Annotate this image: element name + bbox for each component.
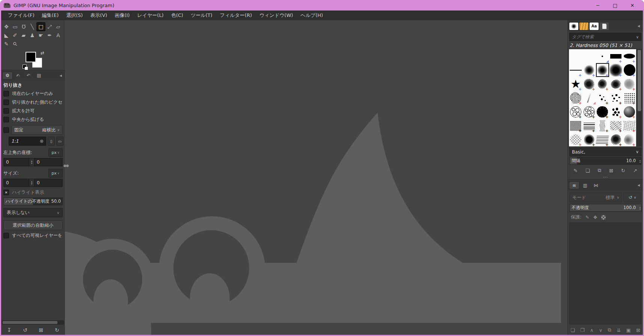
tool-color-picker-button[interactable]: ✎ [2,40,11,48]
delete-tool-preset-button[interactable]: ⊠ [37,327,45,333]
layer-list[interactable] [569,223,641,324]
layer-opacity-slider[interactable]: 不透明度 100.0 ▴▾ [569,204,641,212]
checkbox-expand-from-center[interactable]: 中央から拡げる [1,115,65,124]
tab-fonts[interactable]: Aa [590,23,599,30]
duplicate-brush-button[interactable]: ⧉ [596,167,603,174]
tab-brushes[interactable] [569,23,578,30]
brush-spacing-slider[interactable]: 間隔 10.0 ▴▾ [569,157,641,165]
landscape-orientation-button[interactable]: ▭ [56,137,63,146]
tab-images[interactable]: ▤ [34,72,44,79]
brush-thumbnail[interactable]: + [623,133,636,146]
fixed-aspect-dropdown[interactable]: 固定 縦横比 ∨ [11,125,63,135]
brush-thumbnail[interactable]: + [569,119,582,133]
position-x-input[interactable]: 0 [3,158,29,166]
brush-thumbnail[interactable]: + [623,77,636,91]
menu-file[interactable]: ファイル(F) [4,11,38,20]
fixed-checkbox[interactable] [3,127,9,133]
foreground-color-swatch[interactable] [26,52,36,62]
collapse-dock-icon[interactable]: ◀ [636,24,641,29]
dock-splitter-handle[interactable]: ⋯ [568,175,643,179]
checkbox-highlight[interactable]: ✕ ハイライト表示 [1,188,65,197]
brush-thumbnail[interactable]: + [569,63,582,77]
lock-pixels-icon[interactable]: ✎ [585,215,589,220]
reset-tool-options-button[interactable]: ↻ [53,327,61,333]
duplicate-layer-button[interactable]: ⧉ [606,327,613,333]
brush-thumbnail[interactable]: + [609,63,623,77]
tab-document-history[interactable] [600,23,609,30]
brush-grid-scrollbar[interactable] [637,49,642,146]
brush-thumbnail[interactable]: + [569,91,582,105]
brush-thumbnail[interactable]: + [596,91,609,105]
restore-tool-preset-button[interactable]: ↺ [21,327,29,333]
edit-brush-button[interactable]: ✎ [572,167,579,174]
tab-undo-history[interactable]: ↶ [24,72,33,79]
add-layer-mask-button[interactable]: ▣ [624,327,632,333]
brush-thumbnail[interactable]: + [609,91,623,105]
tool-clone-button[interactable]: ♟ [28,31,36,39]
refresh-brushes-button[interactable]: ↻ [619,167,627,174]
new-layer-group-button[interactable]: ❐ [578,327,587,333]
brush-thumbnail[interactable]: + [582,119,596,133]
tab-device-status[interactable]: ✍ [13,72,23,79]
brush-thumbnail[interactable]: + [609,77,623,91]
open-brush-as-image-button[interactable]: ↗ [631,167,639,174]
checkbox[interactable] [3,233,9,238]
swap-colors-icon[interactable]: ⇄ [41,50,44,56]
brush-thumbnail[interactable]: + [596,105,609,119]
aspect-ratio-input[interactable]: 1:1 ⊗ [9,137,46,146]
position-y-input[interactable]: 0 [34,158,63,166]
highlight-opacity-slider[interactable]: ハイライトの不透明度 50.0 [3,197,63,205]
brush-thumbnail[interactable]: + [623,49,636,63]
brush-thumbnail[interactable]: + [582,105,596,119]
brush-thumbnail[interactable]: + [569,105,582,119]
menu-windows[interactable]: ウィンドウ(W) [256,11,297,20]
brush-thumbnail[interactable]: + [609,119,623,133]
merge-down-button[interactable]: ⇊ [615,327,623,333]
checkbox[interactable] [3,117,9,122]
position-unit-dropdown[interactable]: px ∨ [48,148,63,157]
brush-thumbnail[interactable]: + [609,49,623,63]
brush-thumbnail[interactable] [582,49,596,63]
collapse-dock-icon[interactable]: ◀ [58,73,63,78]
brush-thumbnail[interactable]: + [596,77,609,91]
brush-thumbnail[interactable]: + [569,77,582,91]
tool-shear-button[interactable]: ▱ [54,23,62,31]
brush-group-dropdown[interactable]: Basic, ∨ [569,148,641,156]
tool-crop-button[interactable]: □ [37,23,45,31]
tab-channels[interactable]: ▥ [580,182,590,189]
checkbox-delete-cropped-pixels[interactable]: 切り抜かれた側のピクセルの削除 [1,98,65,107]
default-colors-icon[interactable] [23,65,28,70]
spinner[interactable]: ▴▾ [639,157,641,164]
layer-mode-options-button[interactable]: ↺ ∨ [623,193,641,202]
delete-brush-button[interactable]: ⊠ [607,167,615,174]
dock-resize-handle[interactable]: ●● [63,161,67,170]
lock-alpha-icon[interactable] [601,215,606,220]
tool-move-button[interactable]: ✥ [2,23,11,31]
tab-tool-options[interactable]: ⚙ [3,72,12,79]
lock-position-icon[interactable]: ✥ [593,215,597,220]
menu-layer[interactable]: レイヤー(L) [134,11,167,20]
checkbox-allow-growing[interactable]: 拡大を許可 [1,107,65,115]
portrait-orientation-button[interactable]: ▯ [48,137,55,146]
brush-thumbnail[interactable]: + [569,133,582,146]
brush-thumbnail[interactable]: + [623,119,636,133]
spinner[interactable]: ▴▾ [639,204,641,211]
tool-text-button[interactable]: A [54,31,62,39]
tab-patterns[interactable] [579,23,588,30]
size-unit-dropdown[interactable]: px ∨ [48,169,63,178]
checkbox[interactable] [3,99,9,105]
menu-help[interactable]: ヘルプ(H) [297,11,327,20]
size-height-input[interactable]: 0 [34,179,63,187]
checkbox[interactable] [3,91,9,96]
tool-fuzzy-select-button[interactable]: ╲ [28,23,36,31]
delete-layer-button[interactable]: ⊠ [634,327,642,333]
menu-tools[interactable]: ツール(T) [187,11,216,20]
close-button[interactable]: ✕ [624,0,641,11]
brush-thumbnail[interactable]: + [596,133,609,146]
brush-thumbnail[interactable]: + [582,77,596,91]
menu-select[interactable]: 選択(S) [62,11,86,20]
tool-free-select-button[interactable]: ℧ [20,23,28,31]
brush-thumbnail[interactable]: + [623,63,636,77]
new-brush-button[interactable]: ❏ [584,167,592,174]
menu-colors[interactable]: 色(C) [167,11,187,20]
